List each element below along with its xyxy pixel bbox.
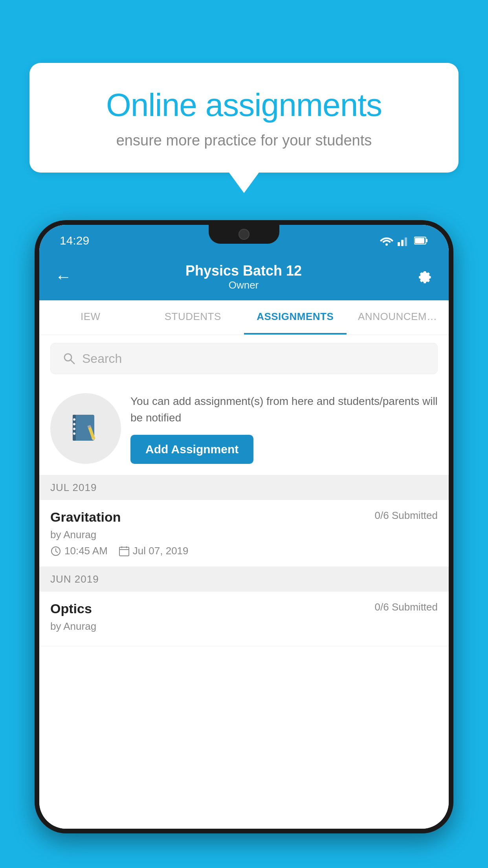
app-header: ← Physics Batch 12 Owner (39, 253, 449, 300)
svg-rect-5 (426, 239, 427, 242)
phone-camera (238, 229, 250, 240)
assignment-name: Gravitation (50, 509, 121, 525)
clock-icon (50, 546, 61, 557)
tabs-bar: IEW STUDENTS ASSIGNMENTS ANNOUNCEM… (39, 300, 449, 335)
svg-rect-6 (415, 238, 424, 243)
svg-rect-2 (401, 240, 404, 246)
phone-screen: 14:29 (39, 225, 449, 829)
meta-date: Jul 07, 2019 (119, 545, 189, 557)
meta-time: 10:45 AM (50, 545, 108, 557)
gear-icon (416, 267, 433, 284)
add-assignment-button[interactable]: Add Assignment (130, 435, 253, 464)
header-subtitle: Owner (72, 279, 416, 291)
assignment-item-gravitation[interactable]: Gravitation 0/6 Submitted by Anurag 10:4… (39, 500, 449, 567)
back-button[interactable]: ← (55, 267, 72, 286)
promo-icon-circle (50, 393, 121, 464)
assignment-submitted-optics: 0/6 Submitted (375, 601, 438, 613)
svg-point-0 (385, 243, 388, 246)
search-placeholder-text: Search (82, 351, 122, 366)
search-container: Search (39, 335, 449, 382)
month-separator-jul: JUL 2019 (39, 475, 449, 500)
assignment-name-optics: Optics (50, 601, 92, 616)
assignment-author-optics: by Anurag (50, 620, 438, 633)
status-time: 14:29 (60, 234, 89, 247)
speech-bubble-arrow (229, 173, 259, 193)
assignment-row1-optics: Optics 0/6 Submitted (50, 601, 438, 616)
signal-icon (398, 235, 410, 246)
tab-assignments[interactable]: ASSIGNMENTS (244, 300, 347, 335)
wifi-icon (380, 235, 394, 246)
svg-point-12 (73, 423, 75, 425)
svg-line-8 (70, 360, 74, 364)
svg-rect-3 (405, 237, 407, 246)
phone-outer: 14:29 (35, 220, 453, 833)
month-separator-jun: JUN 2019 (39, 567, 449, 592)
assignment-item-optics[interactable]: Optics 0/6 Submitted by Anurag (39, 592, 449, 646)
speech-bubble-title: Online assignments (57, 86, 431, 123)
speech-bubble-subtitle: ensure more practice for your students (57, 132, 431, 149)
promo-text: You can add assignment(s) from here and … (130, 393, 438, 426)
phone-notch (209, 225, 279, 244)
assignment-meta: 10:45 AM Jul 07, 2019 (50, 545, 438, 557)
speech-bubble-container: Online assignments ensure more practice … (29, 63, 459, 193)
assignment-submitted: 0/6 Submitted (375, 509, 438, 522)
svg-point-11 (73, 418, 75, 421)
settings-button[interactable] (416, 267, 433, 287)
promo-content: You can add assignment(s) from here and … (130, 393, 438, 464)
header-center: Physics Batch 12 Owner (72, 263, 416, 291)
calendar-icon (119, 546, 130, 557)
svg-point-13 (73, 428, 75, 430)
header-title: Physics Batch 12 (72, 263, 416, 279)
phone-container: 14:29 (35, 220, 453, 868)
speech-bubble: Online assignments ensure more practice … (29, 63, 459, 173)
assignment-author: by Anurag (50, 529, 438, 541)
screen-content: Search (39, 335, 449, 829)
battery-icon (414, 236, 428, 245)
search-icon (62, 352, 76, 365)
svg-point-14 (73, 432, 75, 435)
promo-section: You can add assignment(s) from here and … (39, 382, 449, 475)
search-bar[interactable]: Search (50, 343, 438, 374)
tab-students[interactable]: STUDENTS (142, 300, 244, 335)
svg-rect-19 (119, 547, 129, 556)
assignment-row1: Gravitation 0/6 Submitted (50, 509, 438, 525)
tab-overview[interactable]: IEW (39, 300, 142, 335)
svg-rect-1 (398, 242, 400, 246)
tab-announcements[interactable]: ANNOUNCEM… (347, 300, 449, 335)
status-icons (380, 235, 428, 246)
notebook-icon (68, 411, 103, 446)
